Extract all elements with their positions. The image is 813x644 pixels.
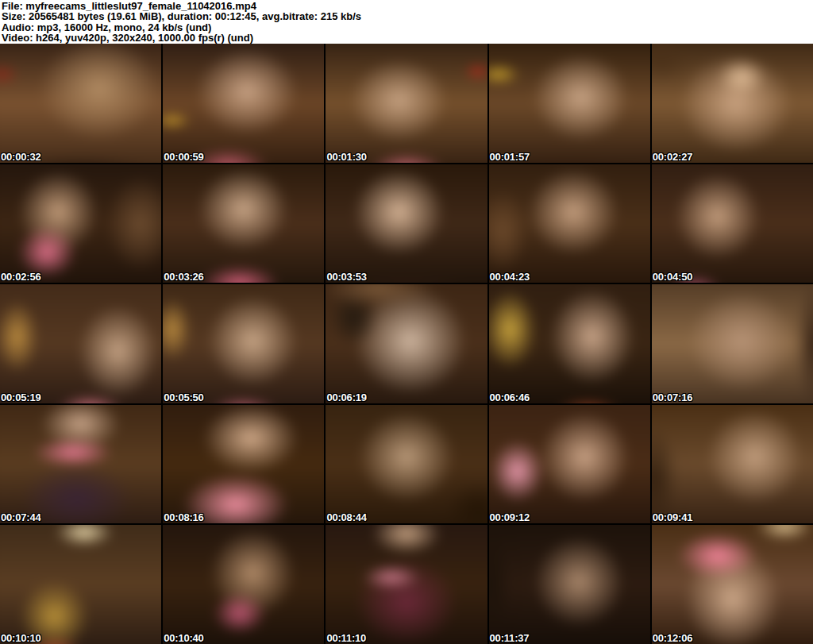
thumbnail-image	[326, 284, 487, 403]
video-thumbnail: 00:01:57	[489, 44, 650, 163]
video-thumbnail: 00:04:23	[489, 164, 650, 283]
video-thumbnail: 00:06:46	[489, 284, 650, 403]
thumbnail-image	[326, 525, 487, 644]
thumbnail-timestamp: 00:02:56	[1, 272, 40, 282]
video-thumbnail: 00:03:53	[326, 164, 487, 283]
video-thumbnail: 00:09:41	[652, 405, 813, 524]
thumbnail-image	[326, 44, 487, 163]
thumbnail-timestamp: 00:10:40	[164, 633, 203, 643]
thumbnail-image	[489, 164, 650, 283]
thumbnail-image	[163, 525, 324, 644]
thumbnail-timestamp: 00:05:19	[1, 392, 40, 403]
video-thumbnail: 00:09:12	[489, 405, 650, 524]
video-thumbnail: 00:05:50	[163, 284, 324, 403]
thumbnail-timestamp: 00:01:30	[326, 152, 366, 162]
thumbnail-image	[163, 44, 324, 163]
thumbnail-image	[0, 44, 161, 163]
thumbnail-image	[652, 405, 813, 524]
video-thumbnail: 00:00:59	[163, 44, 324, 163]
video-thumbnail: 00:03:26	[163, 164, 324, 283]
video-thumbnail: 00:06:19	[326, 284, 487, 403]
thumbnail-timestamp: 00:11:37	[490, 633, 530, 643]
thumbnail-timestamp: 00:08:16	[164, 512, 203, 523]
thumbnail-image	[489, 44, 650, 163]
thumbnail-image	[652, 44, 813, 163]
thumbnail-timestamp: 00:12:06	[653, 633, 692, 643]
file-info-line: File: myfreecams_littleslut97_female_110…	[2, 1, 813, 11]
video-thumbnail: 00:08:16	[163, 405, 324, 524]
video-info-line: Video: h264, yuv420p, 320x240, 1000.00 f…	[2, 33, 813, 43]
video-thumbnail: 00:10:10	[0, 525, 161, 644]
thumbnail-grid: 00:00:32 00:00:59 00:01:30 00:01:57 00:0…	[0, 44, 813, 644]
thumbnail-image	[0, 164, 161, 283]
thumbnail-timestamp: 00:06:46	[490, 392, 530, 403]
thumbnail-image	[326, 405, 487, 524]
video-thumbnail: 00:11:10	[326, 525, 487, 644]
thumbnail-timestamp: 00:01:57	[490, 152, 530, 162]
thumbnail-timestamp: 00:07:16	[653, 392, 692, 403]
thumbnail-image	[326, 164, 487, 283]
thumbnail-timestamp: 00:00:32	[1, 152, 40, 162]
thumbnail-image	[489, 405, 650, 524]
thumbnail-image	[652, 164, 813, 283]
thumbnail-timestamp: 00:10:10	[1, 633, 40, 643]
video-thumbnail: 00:07:16	[652, 284, 813, 403]
thumbnail-image	[489, 284, 650, 403]
thumbnail-image	[0, 525, 161, 644]
thumbnail-image	[0, 284, 161, 403]
thumbnail-timestamp: 00:11:10	[326, 633, 366, 643]
video-thumbnail: 00:01:30	[326, 44, 487, 163]
video-thumbnail: 00:10:40	[163, 525, 324, 644]
thumbnail-timestamp: 00:09:41	[653, 512, 692, 523]
thumbnail-timestamp: 00:03:26	[164, 272, 203, 282]
thumbnail-timestamp: 00:07:44	[1, 512, 40, 523]
audio-info-line: Audio: mp3, 16000 Hz, mono, 24 kb/s (und…	[2, 22, 813, 33]
video-thumbnail: 00:02:56	[0, 164, 161, 283]
thumbnail-image	[163, 164, 324, 283]
video-thumbnail: 00:12:06	[652, 525, 813, 644]
video-thumbnail: 00:07:44	[0, 405, 161, 524]
thumbnail-image	[489, 525, 650, 644]
file-metadata-header: File: myfreecams_littleslut97_female_110…	[0, 0, 813, 44]
thumbnail-timestamp: 00:05:50	[164, 392, 203, 403]
thumbnail-timestamp: 00:06:19	[326, 392, 366, 403]
thumbnail-timestamp: 00:02:27	[653, 152, 692, 162]
thumbnail-image	[0, 405, 161, 524]
thumbnail-timestamp: 00:03:53	[326, 272, 366, 282]
video-thumbnail: 00:00:32	[0, 44, 161, 163]
video-thumbnail: 00:05:19	[0, 284, 161, 403]
thumbnail-timestamp: 00:04:50	[653, 272, 692, 282]
size-info-line: Size: 20565481 bytes (19.61 MiB), durati…	[2, 11, 813, 21]
thumbnail-image	[652, 284, 813, 403]
thumbnail-timestamp: 00:08:44	[326, 512, 366, 523]
thumbnail-image	[163, 405, 324, 524]
thumbnail-timestamp: 00:04:23	[490, 272, 530, 282]
video-thumbnail: 00:08:44	[326, 405, 487, 524]
thumbnail-image	[163, 284, 324, 403]
thumbnail-timestamp: 00:00:59	[164, 152, 203, 162]
thumbnail-image	[652, 525, 813, 644]
thumbnail-timestamp: 00:09:12	[490, 512, 530, 523]
video-thumbnail: 00:11:37	[489, 525, 650, 644]
video-thumbnail: 00:02:27	[652, 44, 813, 163]
thumbnail-contact-sheet: File: myfreecams_littleslut97_female_110…	[0, 0, 813, 644]
video-thumbnail: 00:04:50	[652, 164, 813, 283]
